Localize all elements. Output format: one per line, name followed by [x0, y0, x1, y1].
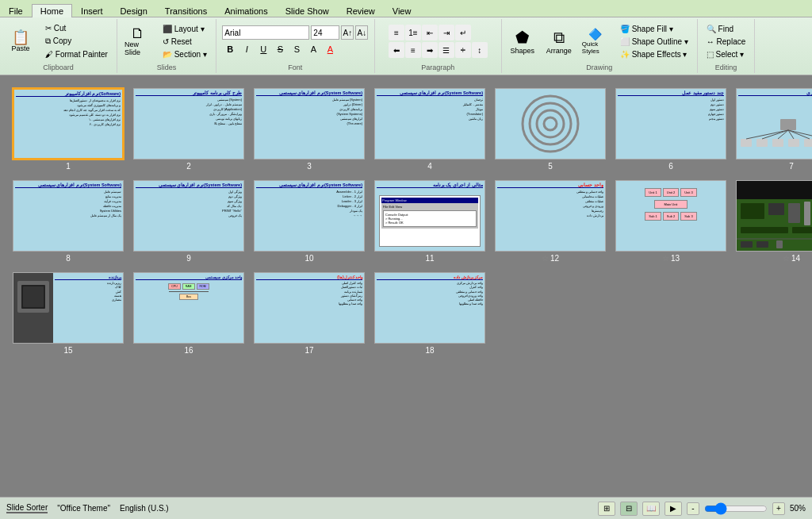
slide-thumbnail[interactable]: مثالی از اجرای یک برنامه Program Window … — [374, 180, 485, 252]
rtl-button[interactable]: ↵ — [455, 25, 471, 40]
strikethrough-button[interactable]: S — [272, 41, 288, 57]
slide-sorter-button[interactable]: ⊟ — [620, 502, 638, 516]
slide-item[interactable]: واحد حسابی واحد حسابی و منطقیعملیات محاس… — [495, 180, 606, 263]
line-spacing-button[interactable]: ↕ — [472, 42, 488, 58]
underline-button[interactable]: U — [255, 41, 271, 57]
slide-thumbnail[interactable]: واحد حسابی واحد حسابی و منطقیعملیات محاس… — [495, 180, 606, 252]
align-left-button[interactable]: ⬅ — [389, 42, 404, 58]
copy-button[interactable]: ⧉ Copy — [40, 35, 113, 48]
slide-thumbnail[interactable]: چند دستور مفید عمل دستور اولدستور دومدست… — [615, 88, 726, 160]
numbering-button[interactable]: 1≡ — [405, 25, 421, 40]
slide-thumbnail[interactable]: یک شبکه کامپیوتری — [736, 88, 812, 160]
slide-item[interactable]: واحد مرکزی سیستمی CPU RAM ROM Bus 16 — [133, 272, 244, 355]
slide-item[interactable]: چند دستور مفید عمل دستور اولدستور دومدست… — [615, 88, 726, 171]
group-paragraph: ≡ 1≡ ⇤ ⇥ ↵ ⬅ ≡ ➡ ☰ ⫩ ↕ Pa — [375, 19, 502, 73]
tab-view[interactable]: View — [384, 4, 420, 17]
cut-button[interactable]: ✂ Cut — [40, 22, 113, 34]
shapes-button[interactable]: ⬟ Shapes — [505, 21, 540, 62]
drawing-label: Drawing — [586, 62, 612, 71]
tab-insert[interactable]: Insert — [72, 4, 112, 17]
slide-thumbnail[interactable]: نرم افزارکامپیوتر(Software) نرم افزار به… — [13, 88, 124, 160]
font-color-button[interactable]: A — [322, 41, 338, 57]
slide-18-content: مرکز پردازش داده واحد پردازش مرکزیواحد ک… — [375, 273, 485, 309]
tab-design[interactable]: Design — [112, 4, 156, 17]
shape-outline-button[interactable]: ⬜ Shape Outline ▾ — [615, 36, 694, 48]
zoom-in-button[interactable]: + — [772, 502, 785, 515]
tab-review[interactable]: Review — [338, 4, 384, 17]
increase-font-button[interactable]: A↑ — [341, 25, 354, 40]
slide-item[interactable]: نرم افزارهای سیستمی(System Software) سیس… — [13, 180, 124, 263]
svg-rect-28 — [756, 241, 768, 248]
slide-item[interactable]: نرم افزارهای سیستمی(System Software) ترج… — [374, 88, 485, 171]
bullets-button[interactable]: ≡ — [389, 25, 404, 40]
slide-number: 17 — [304, 346, 313, 355]
increase-indent-button[interactable]: ⇥ — [439, 25, 454, 40]
slide-thumbnail[interactable]: Unit 1 Unit 2 Unit 3 Main Unit Sub 1 Sub… — [615, 180, 726, 252]
bold-button[interactable]: B — [222, 41, 238, 57]
select-button[interactable]: ⬚ Select ▾ — [701, 48, 751, 60]
italic-button[interactable]: I — [239, 41, 255, 57]
font-size-input[interactable] — [311, 25, 339, 40]
slide-thumbnail[interactable]: نرم افزارهای سیستمی(System Software) ترج… — [374, 88, 485, 160]
slide-item[interactable]: نرم افزارهای سیستمی(System Software) ویژ… — [133, 180, 244, 263]
slide-thumbnail[interactable]: نرم افزارهای سیستمی(System Software) ویژ… — [133, 180, 244, 252]
align-center-button[interactable]: ≡ — [405, 42, 421, 58]
slide-item[interactable]: طرح کلی برنامه کامپیوتر سیستمی (System)س… — [133, 88, 244, 171]
reset-button[interactable]: ↺ Reset — [157, 36, 213, 48]
slide-thumbnail[interactable] — [495, 88, 606, 160]
slide-item[interactable]: آرنه اصلی — [736, 180, 812, 263]
columns-button[interactable]: ⫩ — [455, 42, 471, 58]
slide-thumbnail[interactable]: نرم افزارهای سیستمی(System Software) سیس… — [254, 88, 365, 160]
new-slide-button[interactable]: 🗋 New Slide — [121, 21, 155, 62]
decrease-font-button[interactable]: A↓ — [355, 25, 368, 40]
find-button[interactable]: 🔍 Find — [701, 23, 751, 35]
justify-button[interactable]: ☰ — [439, 42, 454, 58]
slide-item[interactable]: مثالی از اجرای یک برنامه Program Window … — [374, 180, 485, 263]
layout-button[interactable]: ⬛ Layout ▾ — [157, 23, 213, 35]
section-button[interactable]: 📂 Section ▾ — [157, 48, 213, 60]
zoom-out-button[interactable]: - — [687, 502, 699, 515]
shadow-button[interactable]: S — [289, 41, 304, 57]
slide-thumbnail[interactable]: مرکز پردازش داده واحد پردازش مرکزیواحد ک… — [374, 272, 485, 344]
slide-thumbnail[interactable]: نرم افزارهای سیستمی(System Software) سیس… — [13, 180, 124, 252]
slide-item[interactable]: نرم افزارکامپیوتر(Software) نرم افزار به… — [13, 88, 124, 171]
align-right-button[interactable]: ➡ — [422, 42, 438, 58]
slide-thumbnail[interactable]: طرح کلی برنامه کامپیوتر سیستمی (System)س… — [133, 88, 244, 160]
slide-thumbnail[interactable]: واحد کنترل(ها) واحد کنترل اصلیثبات دستور… — [254, 272, 365, 344]
slide-thumbnail[interactable]: واحد مرکزی سیستمی CPU RAM ROM Bus — [133, 272, 244, 344]
slide-item[interactable]: واحد کنترل(ها) واحد کنترل اصلیثبات دستور… — [254, 272, 365, 355]
slide-item[interactable]: نرم افزارهای سیستمی(System Software) Ass… — [254, 180, 365, 263]
group-clipboard: 📋 Paste ✂ Cut ⧉ Copy 🖌 Format Painter Cl… — [0, 19, 117, 73]
decrease-indent-button[interactable]: ⇤ — [422, 25, 438, 40]
slide-item[interactable]: 5 — [495, 88, 606, 171]
slide-thumbnail[interactable]: آرنه اصلی — [736, 180, 812, 252]
zoom-slider[interactable] — [704, 504, 768, 513]
tab-file[interactable]: File — [0, 4, 32, 17]
normal-view-button[interactable]: ⊞ — [598, 502, 615, 516]
clear-format-button[interactable]: A — [305, 41, 321, 57]
tab-transitions[interactable]: Transitions — [156, 4, 216, 17]
slide-thumbnail[interactable]: پردازنده ریزپردازندهکلاککشهستهمعماری — [13, 272, 124, 344]
font-name-input[interactable] — [222, 25, 309, 40]
theme-label: "Office Theme" — [57, 504, 110, 513]
quick-styles-button[interactable]: 🔷 Quick Styles — [578, 21, 613, 62]
view-label[interactable]: Slide Sorter — [6, 503, 48, 513]
slide-item[interactable]: یک شبکه کامپیوتری — [736, 88, 812, 171]
slide-item[interactable]: Unit 1 Unit 2 Unit 3 Main Unit Sub 1 Sub… — [615, 180, 726, 263]
slide-item[interactable]: مرکز پردازش داده واحد پردازش مرکزیواحد ک… — [374, 272, 485, 355]
replace-button[interactable]: ↔ Replace — [701, 36, 751, 48]
reading-view-button[interactable]: 📖 — [642, 502, 660, 516]
group-font: A↑ A↓ B I U S S A A Font — [216, 19, 375, 73]
tab-animations[interactable]: Animations — [216, 4, 276, 17]
tab-home[interactable]: Home — [32, 4, 72, 17]
slide-thumbnail[interactable]: نرم افزارهای سیستمی(System Software) Ass… — [254, 180, 365, 252]
slide-item[interactable]: نرم افزارهای سیستمی(System Software) سیس… — [254, 88, 365, 171]
slideshow-button[interactable]: ▶ — [665, 502, 682, 516]
slide-item[interactable]: پردازنده ریزپردازندهکلاککشهستهمعماری 15 — [13, 272, 124, 355]
shape-effects-button[interactable]: ✨ Shape Effects ▾ — [615, 48, 694, 60]
tab-slideshow[interactable]: Slide Show — [277, 4, 338, 17]
format-painter-button[interactable]: 🖌 Format Painter — [40, 48, 113, 60]
paste-button[interactable]: 📋 Paste — [3, 21, 38, 62]
arrange-button[interactable]: ⧉ Arrange — [542, 21, 576, 62]
shape-fill-button[interactable]: 🪣 Shape Fill ▾ — [615, 23, 694, 35]
